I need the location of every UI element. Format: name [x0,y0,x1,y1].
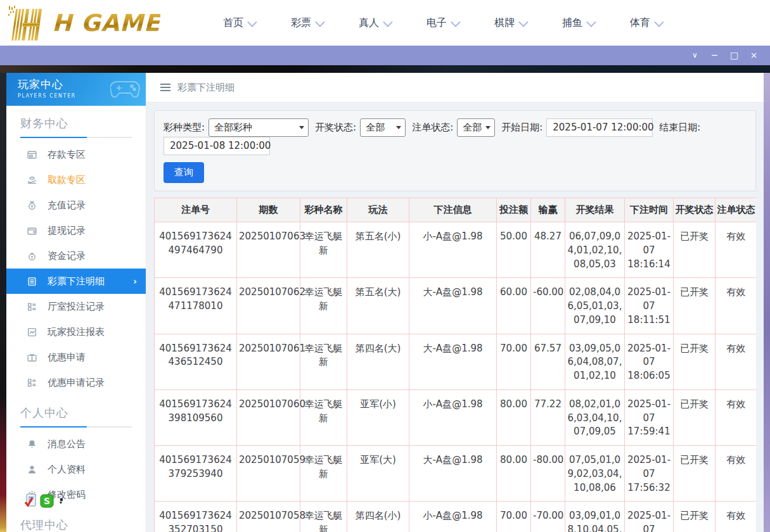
nav-item-7[interactable]: 体育 [630,16,662,30]
sidebar-item-wallet[interactable]: 提现记录 [6,218,146,243]
nav-item-label: 首页 [223,16,243,30]
table-header-row: 注单号期数彩种名称玩法下注信息投注额输赢开奖结果下注时间开奖状态注单状态 [155,198,757,222]
sidebar-item-deposit[interactable]: 存款专区 [6,142,146,167]
nav-item-2[interactable]: 彩票 [291,16,323,30]
logo[interactable]: H GAME [8,5,185,41]
column-header-8: 开奖结果 [565,198,625,222]
sidebar-item-halllist[interactable]: 厅室投注记录 [6,294,146,319]
draw-status-label: 开奖状态: [315,122,356,134]
gamepad-icon [110,77,141,101]
cell-r6-c4: 第四名(小) [347,502,409,532]
column-header-9: 下注时间 [625,198,674,222]
breadcrumb: 彩票下注明细 [146,73,764,103]
cell-r4-c10: 已开奖 [674,390,715,445]
cell-r3-c1: 401569173624436512450 [155,334,237,390]
cell-r4-c8: 08,02,01,06,03,04,10,07,09,05 [565,390,625,445]
cell-r6-c6: 70.00 [497,502,531,532]
column-header-3: 彩种名称 [300,198,347,222]
table-row: 40156917362447117801020250107062幸运飞艇新第五名… [155,278,757,334]
draw-status-select[interactable]: 全部 [360,118,406,137]
nav-item-3[interactable]: 真人 [359,16,390,30]
cell-r6-c2: 20250107058 [237,502,300,532]
close-icon[interactable]: × [744,46,764,65]
cell-r1-c3: 幸运飞艇新 [300,222,347,278]
sidebar-item-report[interactable]: 玩家投注报表 [6,319,146,345]
bet-table-wrap: 注单号期数彩种名称玩法下注信息投注额输赢开奖结果下注时间开奖状态注单状态 401… [154,198,756,532]
desktop-background-strip [0,65,770,73]
notes-tool-icon[interactable] [24,493,37,509]
sidebar-item-bell[interactable]: 消息公告 [6,431,146,457]
chevron-down-icon [315,17,325,27]
section-underline [20,426,132,428]
start-date-input[interactable]: 2025-01-07 12:00:00 [546,118,653,137]
nav-item-label: 体育 [630,16,650,30]
person-icon [27,464,37,475]
start-date-label: 开始日期: [501,122,542,134]
nav-item-5[interactable]: 棋牌 [494,16,526,30]
nav-item-label: 彩票 [291,16,311,30]
bet-table: 注单号期数彩种名称玩法下注信息投注额输赢开奖结果下注时间开奖状态注单状态 401… [154,198,756,532]
collapse-chevron-icon[interactable]: ∨ [685,46,705,65]
lottery-type-select[interactable]: 全部彩种 [209,118,309,137]
svg-text:S: S [44,496,50,506]
nav-item-4[interactable]: 电子 [427,16,458,30]
couponlist-icon [27,377,37,388]
hamburger-icon[interactable] [160,84,170,91]
sidebar-item-couponlist[interactable]: 优惠申请记录 [6,370,146,395]
sidebar-item-label: 个人资料 [48,464,86,476]
screenshot-tool-icon[interactable]: S [40,494,54,508]
cell-r6-c11: 有效 [715,502,757,532]
sidebar-section-title-3: 代理中心 [6,507,146,532]
minimize-icon[interactable]: ─ [705,46,724,65]
table-row: 40156917362435270315020250107058幸运飞艇新第四名… [155,502,757,532]
cell-r5-c4: 亚军(大) [347,446,409,502]
sidebar-item-gift[interactable]: 优惠申请 [6,345,146,370]
maximize-icon[interactable]: □ [724,46,744,65]
sidebar-item-label: 充值记录 [48,200,86,212]
cell-r1-c9: 2025-01-07 18:16:14 [625,222,674,278]
sidebar-item-betlist[interactable]: 彩票下注明细› [6,269,146,294]
cell-r2-c10: 已开奖 [674,278,715,334]
logo-ornament-icon [8,5,49,41]
sidebar-item-withdraw[interactable]: 取款专区 [6,167,146,193]
cell-r6-c7: -70.00 [531,502,565,532]
column-header-1: 注单号 [155,198,237,222]
sidebar-item-label: 优惠申请 [48,352,86,364]
halllist-icon [27,301,37,312]
nav-item-6[interactable]: 捕鱼 [562,16,594,30]
cell-r2-c2: 20250107062 [237,278,300,334]
cell-r6-c10: 已开奖 [674,502,715,532]
end-date-input[interactable]: 2025-01-08 12:00:00 [164,137,270,155]
sidebar-item-label: 消息公告 [48,438,86,450]
sidebar-item-label: 取款专区 [48,174,86,186]
sidebar-item-person[interactable]: 个人资料 [6,457,146,482]
cell-r6-c9: 2025-01-07 17:52:07 [625,502,674,532]
column-header-4: 玩法 [347,198,409,222]
bell-icon [27,439,37,450]
cell-r5-c1: 401569173624379253940 [155,446,237,502]
sidebar-item-funds[interactable]: 资金记录 [6,243,146,269]
cell-r2-c9: 2025-01-07 18:11:51 [625,278,674,334]
cell-r1-c8: 06,07,09,04,01,02,10,08,05,03 [565,222,625,278]
cell-r4-c11: 有效 [715,390,757,445]
cell-r5-c9: 2025-01-07 17:56:32 [625,446,674,502]
cell-r1-c6: 50.00 [497,222,531,278]
logo-text: H GAME [52,10,160,37]
dropdown-arrow-icon[interactable]: ▪▾ [60,498,63,504]
column-header-5: 下注信息 [409,198,497,222]
cell-r1-c10: 已开奖 [674,222,715,278]
funds-icon [27,251,37,262]
cell-r5-c11: 有效 [715,446,757,502]
order-status-select[interactable]: 全部 [457,118,495,137]
chevron-down-icon [247,17,257,27]
table-row: 40156917362437925394020250107059幸运飞艇新亚军(… [155,446,757,502]
section-underline [20,137,132,138]
sidebar-item-recharge[interactable]: 充值记录 [6,193,146,218]
nav-item-1[interactable]: 首页 [223,16,255,30]
cell-r4-c6: 80.00 [497,390,531,445]
main-content: 彩票下注明细 彩种类型: 全部彩种 开奖状态: 全部 注单状态: 全部 [146,73,764,532]
sidebar-header: 玩家中心 PLAYERS CENTER [6,73,146,106]
query-button[interactable]: 查询 [164,162,204,183]
cell-r4-c3: 幸运飞艇新 [300,390,347,445]
cell-r5-c3: 幸运飞艇新 [300,446,347,502]
